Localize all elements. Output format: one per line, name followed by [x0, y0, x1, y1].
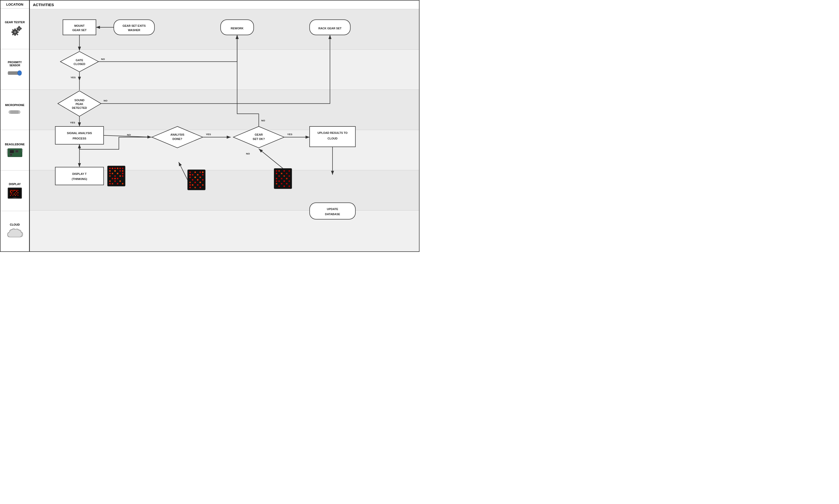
- svg-rect-13: [18, 30, 20, 31]
- svg-point-50: [15, 193, 16, 194]
- svg-point-74: [114, 170, 116, 172]
- svg-point-114: [192, 184, 193, 185]
- svg-point-103: [202, 174, 203, 176]
- display-t-box: [55, 167, 104, 185]
- sound-no-to-rack: [137, 35, 330, 104]
- svg-point-137: [288, 180, 290, 182]
- svg-point-123: [283, 170, 285, 172]
- svg-point-68: [112, 168, 113, 169]
- sidebar-header: LOCATION: [1, 1, 29, 9]
- svg-point-96: [189, 172, 191, 173]
- svg-point-138: [276, 183, 277, 184]
- svg-point-44: [17, 190, 18, 191]
- svg-point-87: [117, 178, 118, 179]
- svg-point-136: [283, 180, 285, 182]
- svg-rect-4: [12, 31, 13, 33]
- svg-point-41: [14, 190, 15, 191]
- svg-rect-16: [8, 72, 19, 74]
- svg-point-111: [194, 181, 196, 183]
- svg-point-72: [122, 168, 123, 169]
- sidebar-section-gear-tester: GEAR TESTER: [1, 9, 29, 49]
- svg-point-49: [11, 193, 12, 194]
- rework-text: REWORK: [231, 27, 244, 30]
- svg-point-110: [189, 181, 191, 183]
- proximity-sensor-icon: [7, 69, 22, 77]
- svg-rect-27: [10, 150, 14, 153]
- sidebar-section-microphone: MICROPHONE: [1, 90, 29, 130]
- mount-gear-set-text2: GEAR SET: [72, 29, 87, 32]
- svg-point-106: [199, 177, 201, 178]
- mount-gear-set-box: [63, 20, 96, 35]
- microphone-label: MICROPHONE: [5, 104, 24, 107]
- gear-ok-no-to-rework: [237, 35, 259, 114]
- svg-point-99: [202, 172, 203, 173]
- sound-peak-text3: DETECTED: [72, 106, 87, 109]
- svg-point-93: [117, 183, 118, 184]
- svg-point-122: [278, 170, 280, 172]
- svg-point-94: [122, 183, 123, 184]
- svg-point-112: [199, 181, 201, 183]
- svg-point-82: [114, 175, 116, 177]
- svg-point-86: [114, 178, 116, 179]
- upload-results-text2: CLOUD: [327, 137, 337, 140]
- display-t-text1: DISPLAY T: [72, 172, 87, 175]
- svg-point-71: [119, 168, 121, 169]
- svg-point-47: [16, 191, 17, 192]
- svg-point-53: [14, 194, 15, 195]
- svg-rect-29: [10, 154, 12, 156]
- svg-point-143: [288, 185, 290, 187]
- gate-closed-text2: CLOSED: [74, 62, 86, 66]
- gear-tester-label: GEAR TESTER: [5, 21, 25, 24]
- svg-point-80: [122, 173, 123, 174]
- gear-exits-washer-text2: WASHER: [128, 29, 140, 32]
- mount-gear-set-text: MOUNT: [74, 24, 85, 27]
- svg-point-108: [197, 179, 198, 180]
- led-matrix-display-t: [107, 166, 125, 186]
- svg-point-115: [197, 184, 198, 185]
- svg-point-91: [109, 183, 111, 184]
- svg-point-118: [194, 186, 196, 188]
- gear-exits-washer-text1: GEAR SET EXITS: [123, 24, 146, 27]
- svg-point-69: [114, 168, 116, 169]
- signal-analysis-text2: PROCESS: [73, 137, 87, 140]
- svg-point-70: [117, 168, 118, 169]
- svg-point-98: [199, 172, 201, 173]
- svg-point-130: [288, 175, 290, 177]
- upload-results-text1: UPLOAD RESULTS TO: [318, 131, 347, 134]
- svg-point-58: [17, 195, 18, 196]
- svg-point-46: [13, 191, 14, 192]
- svg-point-125: [276, 173, 277, 174]
- svg-point-128: [278, 175, 280, 177]
- sidebar-section-display: DISPLAY: [1, 170, 29, 211]
- svg-point-105: [194, 177, 196, 178]
- rack-gear-set-text: RACK GEAR SET: [319, 27, 342, 30]
- svg-point-134: [276, 180, 277, 182]
- svg-point-131: [276, 178, 277, 179]
- diagram-container: MOUNT GEAR SET GEAR SET EXITS WASHER REW…: [30, 9, 419, 251]
- gate-no-label: NO: [101, 58, 105, 60]
- svg-point-127: [286, 173, 287, 174]
- svg-point-43: [16, 190, 17, 191]
- svg-point-57: [15, 195, 16, 196]
- svg-point-104: [189, 177, 191, 178]
- svg-point-135: [278, 180, 280, 182]
- svg-point-129: [283, 175, 285, 177]
- gate-closed-text1: GATE: [76, 59, 83, 62]
- main-container: LOCATION GEAR TESTER: [0, 0, 420, 252]
- svg-rect-14: [17, 28, 18, 29]
- svg-point-73: [109, 170, 111, 172]
- gear-ok-yes-label: YES: [287, 133, 292, 136]
- svg-point-79: [117, 173, 118, 174]
- led-gear-to-diamond: [259, 149, 283, 168]
- svg-point-67: [109, 168, 111, 169]
- svg-rect-35: [22, 151, 23, 151]
- svg-point-81: [109, 175, 111, 177]
- svg-point-11: [18, 28, 20, 29]
- svg-point-78: [112, 173, 113, 174]
- svg-point-126: [281, 173, 282, 174]
- update-database-text2: DATABASE: [325, 213, 340, 216]
- svg-point-113: [189, 184, 191, 185]
- svg-point-92: [112, 183, 113, 184]
- svg-point-88: [109, 180, 111, 182]
- display-t-text2: (THINKING): [72, 177, 87, 180]
